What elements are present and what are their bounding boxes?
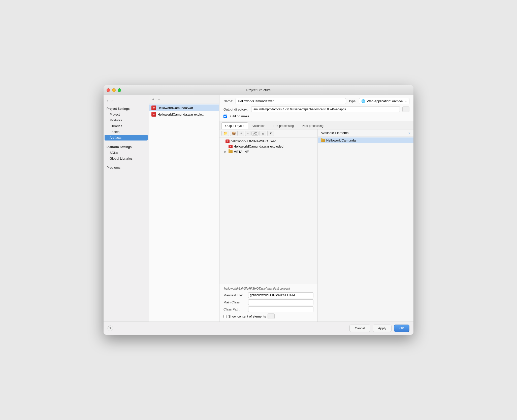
tab-validation[interactable]: Validation (248, 122, 269, 129)
sidebar-item-facets[interactable]: Facets (104, 129, 149, 135)
tab-pre-processing[interactable]: Pre-processing (270, 122, 298, 129)
available-list: HelloworldCamunda (318, 136, 413, 322)
layout-tree-panel: 📁 📦 + − AZ ▲ ▼ W (219, 129, 318, 322)
layout-sort-button[interactable]: AZ (251, 131, 258, 136)
artifact-item-war-exploded[interactable]: W HelloworldCamunda:war explo... (149, 111, 219, 118)
forward-button[interactable]: › (110, 98, 114, 103)
tabs-bar: Output Layout Validation Pre-processing … (219, 121, 413, 129)
layout-add-button[interactable]: + (239, 131, 244, 136)
war-file-icon: W (225, 139, 230, 143)
sidebar-item-modules[interactable]: Modules (104, 117, 149, 123)
tree-item-war[interactable]: W helloworld-1.0-SNAPSHOT.war (219, 138, 317, 144)
tree-item-war-exploded[interactable]: W HelloworldCamunda:war exploded (219, 144, 317, 149)
build-on-make-label: Build on make (229, 114, 249, 118)
maximize-button[interactable] (118, 88, 121, 92)
sidebar: ‹ › Project Settings Project Modules Lib… (104, 95, 149, 322)
platform-settings-header: Platform Settings (104, 144, 149, 150)
footer: ? Cancel Apply OK (104, 322, 413, 335)
class-path-input[interactable] (248, 306, 313, 312)
manifest-file-row: Manifest File: (223, 292, 313, 298)
project-settings-header: Project Settings (104, 106, 149, 112)
add-folder-button[interactable]: 📁 (221, 131, 229, 136)
main-class-input[interactable] (248, 299, 313, 305)
minimize-button[interactable] (112, 88, 116, 92)
output-dir-input[interactable] (251, 106, 400, 112)
sidebar-item-libraries[interactable]: Libraries (104, 123, 149, 129)
type-label: Type: (348, 99, 357, 103)
detail-panel: Name: Type: 🌐 Web Application: Archive ⌄… (219, 95, 413, 322)
type-icon: 🌐 (361, 99, 365, 103)
sidebar-item-project[interactable]: Project (104, 112, 149, 117)
tree-item-meta-inf[interactable]: ▶ META-INF (219, 149, 317, 154)
layout-down-button[interactable]: ▼ (267, 131, 274, 136)
content-area: + − W HelloworldCamunda:war W Helloworld… (149, 95, 413, 322)
show-content-checkbox[interactable] (223, 315, 227, 318)
sidebar-divider-2 (104, 163, 149, 163)
back-button[interactable]: ‹ (106, 98, 109, 103)
available-item-label: HelloworldCamunda (326, 138, 356, 142)
available-item-helloworldcamunda[interactable]: HelloworldCamunda (318, 137, 413, 143)
main-class-row: Main Class: (223, 299, 313, 305)
tree-item-meta-inf-label: META-INF (234, 150, 249, 154)
footer-right: Cancel Apply OK (349, 325, 409, 332)
output-dir-browse-button[interactable]: ... (402, 107, 409, 112)
close-button[interactable] (107, 88, 110, 92)
add-jar-button[interactable]: 📦 (230, 131, 238, 136)
add-artifact-button[interactable]: + (151, 96, 156, 102)
available-header: Available Elements ? (318, 129, 413, 136)
artifact-item-war[interactable]: W HelloworldCamunda:war (149, 104, 219, 111)
name-input[interactable] (236, 98, 346, 104)
detail-header: Name: Type: 🌐 Web Application: Archive ⌄… (219, 95, 413, 121)
type-select[interactable]: 🌐 Web Application: Archive ⌄ (359, 98, 409, 104)
class-path-label: Class Path: (223, 307, 246, 311)
available-help-button[interactable]: ? (408, 131, 410, 135)
main-class-label: Main Class: (223, 300, 246, 304)
layout-up-button[interactable]: ▲ (260, 131, 266, 136)
artifact-list: W HelloworldCamunda:war W HelloworldCamu… (149, 103, 219, 322)
artifact-toolbar: + − (149, 95, 219, 103)
artifact-list-panel: + − W HelloworldCamunda:war W Helloworld… (149, 95, 219, 322)
war-exploded-tree-icon: W (229, 145, 233, 148)
cancel-button[interactable]: Cancel (349, 325, 370, 332)
sidebar-item-sdks[interactable]: SDKs (104, 150, 149, 156)
chevron-down-icon: ⌄ (404, 99, 407, 103)
war-exploded-icon: W (151, 112, 156, 117)
name-row: Name: Type: 🌐 Web Application: Archive ⌄ (223, 98, 409, 104)
manifest-title: 'helloworld-1.0-SNAPSHOT.war' manifest p… (223, 287, 313, 290)
war-icon: W (151, 106, 156, 110)
layout-remove-button[interactable]: − (245, 131, 251, 136)
manifest-file-input[interactable] (248, 292, 313, 298)
sidebar-item-global-libraries[interactable]: Global Libraries (104, 156, 149, 161)
sidebar-item-problems[interactable]: Problems (104, 165, 149, 170)
artifact-label-war-exploded: HelloworldCamunda:war explo... (157, 113, 205, 116)
sidebar-item-artifacts[interactable]: Artifacts (105, 135, 148, 141)
remove-artifact-button[interactable]: − (157, 96, 161, 102)
type-value: Web Application: Archive (367, 99, 403, 103)
window-body: ‹ › Project Settings Project Modules Lib… (104, 95, 413, 322)
footer-help-button[interactable]: ? (108, 326, 113, 331)
name-label: Name: (223, 99, 233, 103)
tree-item-war-label: helloworld-1.0-SNAPSHOT.war (231, 139, 276, 143)
build-on-make-row: Build on make (223, 114, 409, 118)
layout-toolbar: 📁 📦 + − AZ ▲ ▼ (219, 129, 317, 137)
tab-post-processing[interactable]: Post-processing (298, 122, 327, 129)
show-content-row: Show content of elements ... (223, 313, 313, 319)
traffic-lights (107, 88, 121, 92)
tree-item-war-exploded-label: HelloworldCamunda:war exploded (234, 145, 283, 148)
build-on-make-checkbox[interactable] (223, 115, 227, 118)
sidebar-divider (104, 142, 149, 142)
tab-output-layout[interactable]: Output Layout (221, 122, 248, 129)
output-dir-row: Output directory: ... (223, 106, 409, 112)
ok-button[interactable]: OK (394, 325, 409, 332)
manifest-panel: 'helloworld-1.0-SNAPSHOT.war' manifest p… (219, 284, 317, 322)
output-dir-label: Output directory: (223, 108, 249, 111)
show-content-browse-button[interactable]: ... (268, 313, 275, 319)
layout-tree: W helloworld-1.0-SNAPSHOT.war W Hellowor… (219, 137, 317, 284)
window-title: Project Structure (246, 88, 271, 92)
artifact-label-war: HelloworldCamunda:war (157, 106, 193, 110)
available-folder-icon (321, 139, 325, 142)
folder-icon (229, 150, 233, 153)
apply-button[interactable]: Apply (373, 325, 392, 332)
available-elements-title: Available Elements (321, 131, 348, 135)
footer-left: ? (108, 326, 113, 331)
